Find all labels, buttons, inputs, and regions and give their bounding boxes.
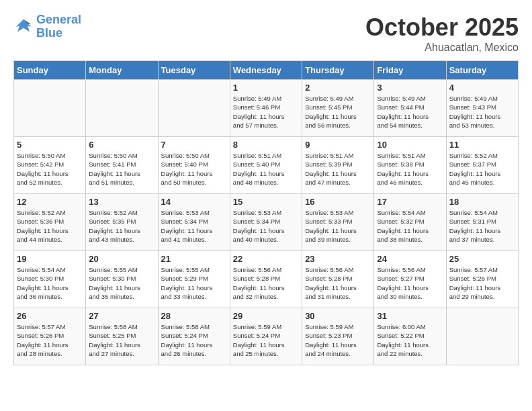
- calendar-cell: [446, 308, 518, 365]
- calendar-cell: 22Sunrise: 5:56 AM Sunset: 5:28 PM Dayli…: [230, 251, 302, 308]
- calendar-cell: 26Sunrise: 5:57 AM Sunset: 5:26 PM Dayli…: [14, 308, 86, 365]
- svg-marker-0: [16, 19, 32, 32]
- cell-content: Sunrise: 5:55 AM Sunset: 5:29 PM Dayligh…: [161, 265, 227, 301]
- calendar-cell: 25Sunrise: 5:57 AM Sunset: 5:26 PM Dayli…: [446, 251, 518, 308]
- cell-content: Sunrise: 5:54 AM Sunset: 5:30 PM Dayligh…: [17, 265, 83, 301]
- day-number: 17: [377, 197, 443, 207]
- day-number: 30: [305, 311, 371, 321]
- calendar-cell: 19Sunrise: 5:54 AM Sunset: 5:30 PM Dayli…: [14, 251, 86, 308]
- day-number: 27: [89, 311, 154, 321]
- col-tuesday: Tuesday: [158, 61, 230, 80]
- calendar-cell: 30Sunrise: 5:59 AM Sunset: 5:23 PM Dayli…: [302, 308, 374, 365]
- cell-content: Sunrise: 5:59 AM Sunset: 5:24 PM Dayligh…: [233, 322, 299, 358]
- cell-content: Sunrise: 5:53 AM Sunset: 5:33 PM Dayligh…: [305, 208, 371, 244]
- cell-content: Sunrise: 5:51 AM Sunset: 5:39 PM Dayligh…: [305, 151, 371, 187]
- title-block: October 2025 Ahuacatlan, Mexico: [365, 13, 519, 54]
- cell-content: Sunrise: 5:53 AM Sunset: 5:34 PM Dayligh…: [233, 208, 299, 244]
- day-number: 13: [89, 197, 154, 207]
- calendar-cell: 18Sunrise: 5:54 AM Sunset: 5:31 PM Dayli…: [446, 194, 518, 251]
- calendar-cell: 4Sunrise: 5:49 AM Sunset: 5:43 PM Daylig…: [446, 80, 518, 137]
- calendar-cell: [14, 80, 86, 137]
- day-number: 19: [17, 254, 83, 264]
- cell-content: Sunrise: 5:52 AM Sunset: 5:35 PM Dayligh…: [89, 208, 154, 244]
- day-number: 23: [305, 254, 371, 264]
- cell-content: Sunrise: 5:52 AM Sunset: 5:36 PM Dayligh…: [17, 208, 83, 244]
- cell-content: Sunrise: 5:57 AM Sunset: 5:26 PM Dayligh…: [449, 265, 515, 301]
- day-number: 8: [233, 140, 299, 150]
- day-number: 10: [377, 140, 443, 150]
- day-number: 2: [305, 83, 371, 93]
- cell-content: Sunrise: 5:56 AM Sunset: 5:27 PM Dayligh…: [377, 265, 443, 301]
- calendar-cell: 24Sunrise: 5:56 AM Sunset: 5:27 PM Dayli…: [374, 251, 446, 308]
- day-number: 24: [377, 254, 443, 264]
- col-wednesday: Wednesday: [230, 61, 302, 80]
- calendar-cell: 11Sunrise: 5:52 AM Sunset: 5:37 PM Dayli…: [446, 137, 518, 194]
- day-number: 12: [17, 197, 83, 207]
- calendar-cell: 8Sunrise: 5:51 AM Sunset: 5:40 PM Daylig…: [230, 137, 302, 194]
- header-row: Sunday Monday Tuesday Wednesday Thursday…: [14, 61, 519, 80]
- calendar-cell: 23Sunrise: 5:56 AM Sunset: 5:28 PM Dayli…: [302, 251, 374, 308]
- cell-content: Sunrise: 6:00 AM Sunset: 5:22 PM Dayligh…: [377, 322, 443, 358]
- day-number: 21: [161, 254, 227, 264]
- day-number: 25: [449, 254, 515, 264]
- week-row-1: 5Sunrise: 5:50 AM Sunset: 5:42 PM Daylig…: [14, 137, 519, 194]
- cell-content: Sunrise: 5:50 AM Sunset: 5:41 PM Dayligh…: [89, 151, 154, 187]
- week-row-4: 26Sunrise: 5:57 AM Sunset: 5:26 PM Dayli…: [14, 308, 519, 365]
- cell-content: Sunrise: 5:57 AM Sunset: 5:26 PM Dayligh…: [17, 322, 83, 358]
- day-number: 14: [161, 197, 227, 207]
- day-number: 28: [161, 311, 227, 321]
- location-title: Ahuacatlan, Mexico: [365, 42, 519, 54]
- cell-content: Sunrise: 5:56 AM Sunset: 5:28 PM Dayligh…: [233, 265, 299, 301]
- day-number: 16: [305, 197, 371, 207]
- calendar-cell: 29Sunrise: 5:59 AM Sunset: 5:24 PM Dayli…: [230, 308, 302, 365]
- day-number: 3: [377, 83, 443, 93]
- cell-content: Sunrise: 5:49 AM Sunset: 5:43 PM Dayligh…: [449, 94, 515, 130]
- calendar-cell: 15Sunrise: 5:53 AM Sunset: 5:34 PM Dayli…: [230, 194, 302, 251]
- calendar-cell: 2Sunrise: 5:49 AM Sunset: 5:45 PM Daylig…: [302, 80, 374, 137]
- col-friday: Friday: [374, 61, 446, 80]
- cell-content: Sunrise: 5:54 AM Sunset: 5:31 PM Dayligh…: [449, 208, 515, 244]
- col-thursday: Thursday: [302, 61, 374, 80]
- calendar-cell: 7Sunrise: 5:50 AM Sunset: 5:40 PM Daylig…: [158, 137, 230, 194]
- calendar-cell: 17Sunrise: 5:54 AM Sunset: 5:32 PM Dayli…: [374, 194, 446, 251]
- cell-content: Sunrise: 5:53 AM Sunset: 5:34 PM Dayligh…: [161, 208, 227, 244]
- day-number: 6: [89, 140, 154, 150]
- logo-icon: [13, 17, 34, 37]
- cell-content: Sunrise: 5:52 AM Sunset: 5:37 PM Dayligh…: [449, 151, 515, 187]
- calendar-cell: 14Sunrise: 5:53 AM Sunset: 5:34 PM Dayli…: [158, 194, 230, 251]
- day-number: 22: [233, 254, 299, 264]
- cell-content: Sunrise: 5:51 AM Sunset: 5:38 PM Dayligh…: [377, 151, 443, 187]
- col-saturday: Saturday: [446, 61, 518, 80]
- calendar-cell: 9Sunrise: 5:51 AM Sunset: 5:39 PM Daylig…: [302, 137, 374, 194]
- cell-content: Sunrise: 5:49 AM Sunset: 5:46 PM Dayligh…: [233, 94, 299, 130]
- logo-general: General: [36, 13, 81, 26]
- week-row-3: 19Sunrise: 5:54 AM Sunset: 5:30 PM Dayli…: [14, 251, 519, 308]
- week-row-0: 1Sunrise: 5:49 AM Sunset: 5:46 PM Daylig…: [14, 80, 519, 137]
- calendar-cell: 16Sunrise: 5:53 AM Sunset: 5:33 PM Dayli…: [302, 194, 374, 251]
- day-number: 31: [377, 311, 443, 321]
- day-number: 11: [449, 140, 515, 150]
- cell-content: Sunrise: 5:58 AM Sunset: 5:24 PM Dayligh…: [161, 322, 227, 358]
- calendar-cell: 28Sunrise: 5:58 AM Sunset: 5:24 PM Dayli…: [158, 308, 230, 365]
- calendar-cell: 1Sunrise: 5:49 AM Sunset: 5:46 PM Daylig…: [230, 80, 302, 137]
- day-number: 26: [17, 311, 83, 321]
- month-title: October 2025: [365, 13, 519, 42]
- col-monday: Monday: [86, 61, 158, 80]
- day-number: 4: [449, 83, 515, 93]
- calendar-cell: 21Sunrise: 5:55 AM Sunset: 5:29 PM Dayli…: [158, 251, 230, 308]
- day-number: 18: [449, 197, 515, 207]
- cell-content: Sunrise: 5:54 AM Sunset: 5:32 PM Dayligh…: [377, 208, 443, 244]
- cell-content: Sunrise: 5:50 AM Sunset: 5:42 PM Dayligh…: [17, 151, 83, 187]
- cell-content: Sunrise: 5:58 AM Sunset: 5:25 PM Dayligh…: [89, 322, 154, 358]
- day-number: 1: [233, 83, 299, 93]
- cell-content: Sunrise: 5:49 AM Sunset: 5:45 PM Dayligh…: [305, 94, 371, 130]
- day-number: 15: [233, 197, 299, 207]
- calendar-cell: 13Sunrise: 5:52 AM Sunset: 5:35 PM Dayli…: [86, 194, 158, 251]
- day-number: 9: [305, 140, 371, 150]
- calendar-cell: 6Sunrise: 5:50 AM Sunset: 5:41 PM Daylig…: [86, 137, 158, 194]
- calendar-table: Sunday Monday Tuesday Wednesday Thursday…: [13, 60, 519, 365]
- calendar-cell: 10Sunrise: 5:51 AM Sunset: 5:38 PM Dayli…: [374, 137, 446, 194]
- day-number: 5: [17, 140, 83, 150]
- day-number: 20: [89, 254, 154, 264]
- cell-content: Sunrise: 5:59 AM Sunset: 5:23 PM Dayligh…: [305, 322, 371, 358]
